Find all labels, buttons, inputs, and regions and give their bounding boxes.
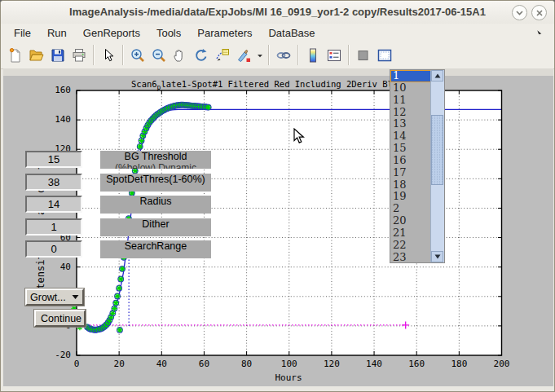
triangle-up-icon: [434, 73, 441, 78]
close-icon: [536, 10, 543, 16]
listbox-item-15[interactable]: 15: [390, 143, 432, 155]
continue-button[interactable]: Continue: [34, 310, 86, 327]
open-file-icon[interactable]: [26, 45, 47, 66]
menu-overflow-arrow-icon[interactable]: [535, 29, 544, 37]
param-field-searchrange[interactable]: [25, 240, 82, 258]
menu-item-tools[interactable]: Tools: [148, 27, 189, 39]
figure-canvas: [3, 76, 553, 386]
triangle-down-icon: [434, 254, 441, 259]
zoom-out-icon[interactable]: [148, 45, 170, 66]
menu-item-database[interactable]: DataBase: [260, 27, 323, 39]
zoom-in-icon[interactable]: [127, 45, 148, 66]
growth-dropdown[interactable]: Growt...: [25, 288, 84, 306]
menu-item-run[interactable]: Run: [39, 27, 75, 39]
pointer-icon[interactable]: [98, 45, 119, 66]
param-label-searchrange: SearchRange: [100, 240, 211, 258]
listbox-item-2[interactable]: 2: [390, 203, 432, 215]
listbox-item-10[interactable]: 10: [390, 82, 432, 95]
param-label-spotdetthres-1-60-: SpotDetThres(1-60%): [100, 174, 211, 192]
param-label-radius: Radius: [100, 196, 211, 214]
chevron-down-icon: [72, 294, 79, 300]
scroll-down-button[interactable]: [431, 251, 443, 262]
toolbar: [1, 42, 554, 69]
param-field-spotdetthres-1-60-[interactable]: [25, 174, 82, 191]
minimize-button[interactable]: [512, 5, 527, 20]
link-plots-icon[interactable]: [273, 45, 294, 66]
disabled-square-icon[interactable]: [353, 45, 374, 66]
brush-dropdown-icon[interactable]: [254, 45, 265, 66]
toolbar-separator: [348, 45, 350, 65]
param-field-dither[interactable]: [25, 218, 82, 236]
param-label-dither: Dither: [100, 218, 211, 236]
listbox-item-14[interactable]: 14: [390, 130, 432, 143]
brush-icon[interactable]: [233, 45, 254, 66]
listbox-item-21[interactable]: 21: [390, 227, 432, 240]
menubar: FileRunGenReportsToolsParametersDataBase: [1, 24, 554, 42]
listbox-item-1[interactable]: 1: [390, 70, 432, 82]
data-cursor-icon[interactable]: [212, 45, 233, 66]
toolbar-separator: [122, 45, 124, 65]
scroll-up-button[interactable]: [431, 70, 443, 81]
listbox-item-19[interactable]: 19: [390, 191, 432, 203]
save-icon[interactable]: [47, 45, 68, 66]
listbox-item-11[interactable]: 11: [390, 95, 432, 107]
titlebar: ImageAnalysis-/media/data/ExpJobs/MI 16_…: [1, 1, 554, 24]
legend-icon[interactable]: [324, 45, 345, 66]
param-label-line2: (%below) Dynamic: [100, 163, 211, 169]
pan-hand-icon[interactable]: [170, 45, 191, 66]
listbox-item-20[interactable]: 20: [390, 215, 432, 227]
colorbar-icon[interactable]: [302, 45, 324, 66]
spot-number-listbox[interactable]: 110111213141516171819220212223: [390, 69, 445, 263]
plot-tools-icon[interactable]: [374, 45, 395, 66]
menu-item-genreports[interactable]: GenReports: [75, 27, 148, 39]
listbox-item-12[interactable]: 12: [390, 107, 432, 119]
toolbar-lower-strip: [3, 68, 553, 76]
menu-item-file[interactable]: File: [6, 27, 39, 39]
app-window: ImageAnalysis-/media/data/ExpJobs/MI 16_…: [0, 0, 555, 392]
toolbar-separator: [93, 45, 95, 65]
chevron-down-icon: [516, 11, 523, 15]
toolbar-separator: [268, 45, 270, 65]
listbox-item-22[interactable]: 22: [390, 240, 432, 252]
print-icon[interactable]: [68, 45, 90, 66]
listbox-item-16[interactable]: 16: [390, 155, 432, 167]
close-button[interactable]: [531, 5, 547, 20]
listbox-item-17[interactable]: 17: [390, 167, 432, 179]
window-title: ImageAnalysis-/media/data/ExpJobs/MI 16_…: [1, 1, 554, 24]
listbox-item-13[interactable]: 13: [390, 118, 432, 130]
param-field-radius[interactable]: [25, 196, 82, 213]
menu-item-parameters[interactable]: Parameters: [189, 27, 260, 39]
param-label-bg-threshold: BG Threshold(%below) Dynamic: [100, 151, 211, 169]
scrollbar-thumb[interactable]: [431, 115, 443, 185]
param-field-bg-threshold[interactable]: [25, 151, 82, 168]
new-document-icon[interactable]: [5, 45, 26, 66]
growth-dropdown-label: Growt...: [30, 292, 66, 303]
listbox-item-23[interactable]: 23: [390, 252, 432, 263]
listbox-scrollbar[interactable]: [430, 70, 444, 262]
toolbar-separator: [297, 45, 299, 65]
listbox-item-18[interactable]: 18: [390, 179, 432, 192]
rotate-3d-icon[interactable]: [191, 45, 212, 66]
